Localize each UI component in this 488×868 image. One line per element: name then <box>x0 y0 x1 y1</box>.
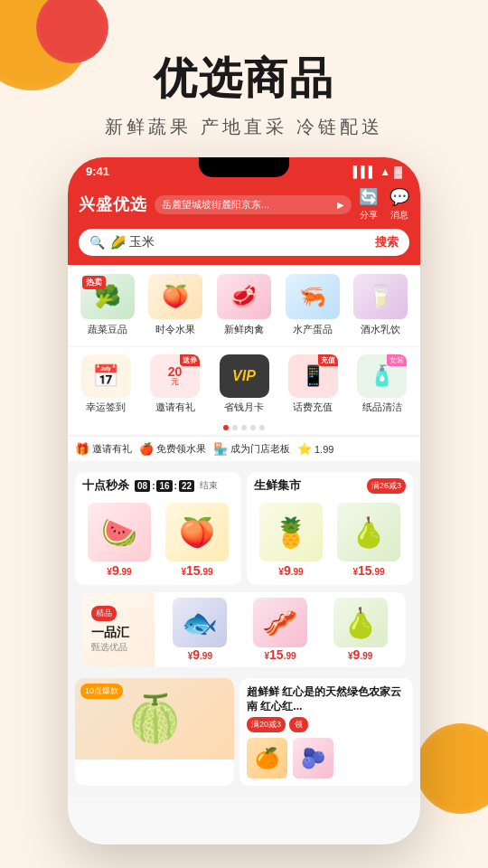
signal-icon: ▌▌▌ <box>353 165 377 178</box>
premium-product-fish[interactable]: 🐟 ¥9.99 <box>162 598 239 662</box>
coupon-display: 20 元 <box>168 365 183 387</box>
deal-row: 10点爆款 🍈 超鲜鲜 红心是的天然绿色农家云南 红心红... 满20减3 领 … <box>68 678 420 793</box>
dot-1 <box>223 425 229 430</box>
search-input-area: 🌽 玉米 <box>110 234 370 250</box>
message-action[interactable]: 💬 消息 <box>389 187 409 222</box>
premium-product-pork[interactable]: 🥓 ¥15.99 <box>242 598 319 662</box>
products-area: 十点秒杀 08 : 16 : 22 结束 🍉 <box>68 461 420 797</box>
timer-seconds: 22 <box>179 480 194 492</box>
deal-thumb-1: 🍊 <box>247 738 287 778</box>
benefit-star-text: 1.99 <box>314 444 333 455</box>
dots-indicator <box>68 421 420 434</box>
apricot-emoji: 🍑 <box>179 515 215 550</box>
promo-paper-label: 纸品清洁 <box>362 401 402 414</box>
hero-area: 优选商品 新鲜蔬果 产地直采 冷链配送 <box>0 0 488 157</box>
deal-discount-badge: 满20减3 <box>247 717 286 732</box>
premium-products: 🐟 ¥9.99 🥓 ¥15.99 <box>155 592 406 667</box>
recharge-emoji: 📱 <box>301 364 325 388</box>
benefit-store-text: 成为门店老板 <box>230 442 290 456</box>
search-text: 玉米 <box>129 234 155 250</box>
deal-left[interactable]: 10点爆款 🍈 <box>75 678 234 786</box>
dot-2 <box>232 425 238 430</box>
category-veggie[interactable]: 🥦 热卖 蔬菜豆品 <box>75 274 140 336</box>
pear-emoji: 🍐 <box>351 515 387 550</box>
benefit-fruit[interactable]: 🍎 免费领水果 <box>139 442 206 456</box>
category-veggie-label: 蔬菜豆品 <box>88 323 127 336</box>
apricot-img: 🍑 <box>165 503 229 561</box>
pear-price: ¥15.99 <box>352 563 384 578</box>
hero-title: 优选商品 <box>0 50 488 108</box>
promo-recharge[interactable]: 充值 📱 话费充值 <box>280 354 345 414</box>
products-row: 十点秒杀 08 : 16 : 22 结束 🍉 <box>68 465 420 592</box>
location-bar[interactable]: 岳麓望城坡街麓阳京东... ▶ <box>155 195 352 214</box>
deal-get-button[interactable]: 领 <box>289 717 308 732</box>
location-text: 岳麓望城坡街麓阳京东... <box>162 198 333 212</box>
premium-badge: 精品 <box>91 606 117 621</box>
flash-product-watermelon[interactable]: 🍉 ¥9.99 <box>82 503 156 578</box>
benefit-invite[interactable]: 🎁 邀请有礼 <box>75 442 132 456</box>
promo-checkin[interactable]: 📅 幸运签到 <box>73 354 138 414</box>
watermelon-emoji: 🍉 <box>101 515 137 550</box>
hero-subtitle: 新鲜蔬果 产地直采 冷链配送 <box>0 115 488 139</box>
premium-section: 精品 一品汇 甄选优品 🐟 ¥9.99 <box>82 592 406 667</box>
fresh-product-pear[interactable]: 🍐 ¥15.99 <box>332 503 406 578</box>
watermelon-img: 🍉 <box>88 503 151 561</box>
promo-save-label: 省钱月卡 <box>224 401 264 414</box>
promo-paper[interactable]: 女装 🧴 纸品清洁 <box>350 354 415 414</box>
promo-checkin-label: 幸运签到 <box>86 401 126 414</box>
status-icons: ▌▌▌ ▲ ▓ <box>353 165 402 178</box>
fresh-product-pineapple[interactable]: 🍍 ¥9.99 <box>254 503 328 578</box>
premium-product-pear[interactable]: 🍐 ¥9.99 <box>322 598 399 662</box>
share-icon: 🔄 <box>359 187 379 207</box>
apricot-price-val: 15 <box>186 563 201 578</box>
deal-right[interactable]: 超鲜鲜 红心是的天然绿色农家云南 红心红... 满20减3 领 🍊 🫐 <box>239 678 413 786</box>
timer-hours: 08 <box>135 480 150 492</box>
promo-grid: 📅 幸运签到 送券 20 元 邀请有礼 <box>73 354 415 414</box>
timer-colon-2: : <box>174 481 177 491</box>
search-button[interactable]: 搜索 <box>375 234 399 250</box>
category-drink-img: 🥛 <box>353 274 408 319</box>
seafood-emoji: 🦐 <box>299 284 326 309</box>
benefit-store[interactable]: 🏪 成为门店老板 <box>213 442 290 456</box>
flash-title: 十点秒杀 <box>82 477 129 494</box>
flash-sale-section: 十点秒杀 08 : 16 : 22 结束 🍉 <box>75 472 241 585</box>
checkin-emoji: 📅 <box>92 363 119 389</box>
search-bar[interactable]: 🔍 🌽 玉米 搜索 <box>79 229 409 256</box>
app-header: 兴盛优选 岳麓望城坡街麓阳京东... ▶ 🔄 分享 💬 消息 <box>68 182 420 265</box>
meat-emoji: 🥩 <box>230 284 258 309</box>
watermelon-price: ¥9.99 <box>107 563 131 578</box>
premium-title: 一品汇 <box>91 625 145 641</box>
promo-save-box: VIP <box>220 354 269 398</box>
benefits-bar: 🎁 邀请有礼 🍎 免费领水果 🏪 成为门店老板 ⭐ 1.99 <box>68 436 420 461</box>
dot-4 <box>250 425 256 430</box>
female-badge: 女装 <box>387 354 407 366</box>
deal-right-title: 超鲜鲜 红心是的天然绿色农家云南 红心红... <box>247 685 406 713</box>
promo-invite[interactable]: 送券 20 元 邀请有礼 <box>142 354 207 414</box>
benefit-star[interactable]: ⭐ 1.99 <box>297 442 333 456</box>
flash-timer: 08 : 16 : 22 <box>135 480 194 492</box>
category-seafood[interactable]: 🦐 水产蛋品 <box>280 274 345 336</box>
share-action[interactable]: 🔄 分享 <box>359 187 379 222</box>
timer-minutes: 16 <box>156 480 172 492</box>
category-fruit[interactable]: 🍑 时令水果 <box>144 274 209 336</box>
fish-img: 🐟 <box>173 598 227 647</box>
dot-5 <box>259 425 265 430</box>
vip-text: VIP <box>232 368 256 384</box>
category-meat-img: 🥩 <box>217 274 271 319</box>
promo-save[interactable]: VIP 省钱月卡 <box>211 354 277 414</box>
watermelon-price-val: 9 <box>112 563 119 578</box>
promo-recharge-badge: 充值 <box>318 354 338 366</box>
pork-price: ¥15.99 <box>264 647 296 662</box>
gift-icon: 🎁 <box>75 442 89 456</box>
category-drink[interactable]: 🥛 酒水乳饮 <box>348 274 413 336</box>
dot-3 <box>241 425 247 430</box>
star-icon: ⭐ <box>297 442 312 456</box>
flash-header: 十点秒杀 08 : 16 : 22 结束 <box>75 472 241 499</box>
promo-paper-box: 女装 🧴 <box>357 354 407 398</box>
category-meat[interactable]: 🥩 新鲜肉禽 <box>211 274 277 336</box>
deal-tag: 10点爆款 <box>80 684 123 699</box>
category-fruit-img: 🍑 <box>148 274 202 319</box>
app-header-top: 兴盛优选 岳麓望城坡街麓阳京东... ▶ 🔄 分享 💬 消息 <box>79 187 409 222</box>
message-label: 消息 <box>390 209 408 222</box>
flash-product-apricot[interactable]: 🍑 ¥15.99 <box>160 503 234 578</box>
